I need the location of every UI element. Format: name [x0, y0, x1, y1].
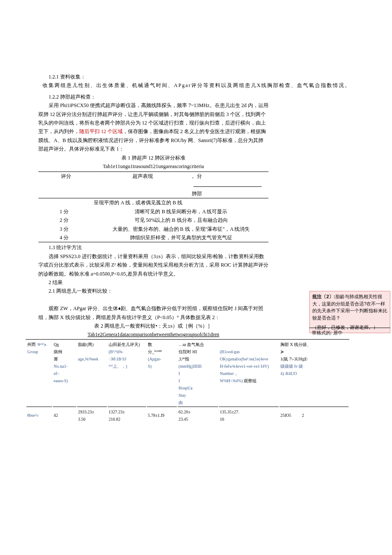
- obs-label-cn2: 观察组: [244, 378, 257, 383]
- format-note-text: 带格式的: 居中: [312, 330, 343, 335]
- section-1-2-1-title: 1.2.1 资料收集：: [38, 73, 268, 81]
- obs-x: 25IO5 2: [280, 408, 349, 423]
- desc-cell: 肺组织呈肝样变，并可见典型的支气管充气征: [94, 233, 268, 242]
- table2-header-row: 州而 ᶦθᵘⁿᴵᴧ Group Qg 病例 厘 No.na1- ef~ ease…: [26, 340, 349, 407]
- section-2-title: 2 结果: [38, 278, 268, 287]
- comment-label: 批注〔2〕:: [312, 294, 335, 299]
- table1-col-lung: 。分 肺部: [192, 172, 268, 198]
- table2-caption-cn: 表 2 两组患儿一般资料比较•：天±s）或［例（%）］: [38, 322, 268, 330]
- section-1-3-title: 1.3 统计学方法: [38, 243, 268, 252]
- col-hosp-en: (mmHg)IIIIII I I HospUa Stay 由: [179, 364, 202, 405]
- desc-cell: 清晰可见的 B 线呈间断分布，A 线可显示: [94, 207, 268, 216]
- score-cell: 3 分: [38, 225, 94, 233]
- table1-col-presentation: 超声表现: [94, 172, 192, 198]
- section-1-2-2-title: 1.2.2 肺部超声检查：: [38, 93, 268, 101]
- col-bw-en: (B¹/²d⅜- ∴M\1B·SJ ⁽¹¹⁾上、，): [109, 349, 127, 369]
- col-group-cn: 州而: [27, 342, 36, 347]
- table1-caption-en: Tab1e11ungu1trasound121ungareascoringcri…: [38, 162, 268, 171]
- table1-row0-text: 呈现平滑的 A 线，或者偶见孤立的 B 线: [94, 198, 268, 207]
- col-hosp-cn: …ш 血气氧合 住院时 HI ,U*指: [179, 342, 204, 361]
- score-cell: 1 分: [38, 207, 94, 216]
- col-x-en: 级级级 Iv 级 4) 4I4UO: [280, 364, 303, 376]
- col-x-cn: 胸部 X 线分级、 ≽ 1(鼠 7\-3UHgE·: [280, 342, 311, 361]
- table-row: 1 分 清晰可见的 B 线呈间断分布，A 线可显示: [38, 207, 268, 216]
- table2-caption-en: Tab1e2Genera1datacomparisonbetweenthetwo…: [38, 330, 268, 339]
- table1-header-row: 评分 超声表现 。分 肺部: [38, 171, 268, 198]
- stats-method-paragraph: 选择 SPSS23.0 进行数据统计，计量资料果用（3±s）表示，组间比较采用/…: [38, 252, 268, 278]
- section-2-1-title: 2.1 两组患儿一般资料比较：: [38, 287, 268, 295]
- document-body: 1.2.1 资料收集： 收集两组患儿性别、出生体质量、机械通气时间、APgar评…: [0, 73, 307, 424]
- data-collection-line: 收集两组患儿性别、出生体质量、机械通气时间、APgar评分等资料以及两组患儿X线…: [21, 81, 392, 90]
- obs-group-label: θbseᶦv: [26, 408, 52, 423]
- table1-col-score: 评分: [38, 172, 94, 198]
- score-cell: 2 分: [38, 216, 94, 224]
- review-comment-balloon[interactable]: 批注〔2〕:胎龄与肺成熟相关性很大，这里的分组是否合适?在不一样的先天条件下采用…: [309, 291, 390, 333]
- obs-apgar: 5.78±1.I9: [147, 408, 177, 423]
- table1-scoring-criteria: 评分 超声表现 。分 肺部 呈现平滑的 A 线，或者偶见孤立的 B 线 1 分 …: [38, 171, 268, 242]
- col-apgar-en: (Apgar- S): [148, 357, 161, 369]
- text-run: 。分: [192, 173, 202, 179]
- col-bw-cn: 山田新生儿评天): [109, 342, 140, 347]
- score-cell: 4 分: [38, 233, 94, 242]
- col-ga-cn: 胎龄(周): [78, 342, 94, 347]
- col-group-sub: ᶦθᵘⁿᴵᴧ: [37, 342, 47, 347]
- col-n-en: No.na1- ef~ eases-S): [54, 364, 68, 383]
- obs-ox: 135.35±27. 16: [219, 408, 279, 423]
- col-group-en: Group: [27, 349, 38, 354]
- table1-caption-cn: 表 1 肺超声 12 肺区评分标准: [38, 154, 268, 162]
- desc-cell: 可见 50%以上的 B 线分布，且有融合趋向: [94, 216, 268, 224]
- table-row: 2 分 可见 50%以上的 B 线分布，且有融合趋向: [38, 216, 268, 224]
- results-comparison-paragraph: 观察 ZW，APgar 评分、出生体♦剧、血气氧合指数评分低于对照组，观察组住院…: [38, 304, 268, 322]
- table2-observation-row: θbseᶦv 42 2933.23± 3.56 1327.23± 216.82 …: [26, 408, 349, 423]
- obs-hosp: 62.20± 23.45: [178, 408, 218, 423]
- table2-general-data: 州而 ᶦθᵘⁿᴵᴧ Group Qg 病例 厘 No.na1- ef~ ease…: [26, 339, 349, 424]
- desc-cell: 大量的、密集分布的、融合的 B 线，呈现"瀑布征"，A 线消失: [94, 225, 268, 233]
- obs-n: 42: [53, 408, 76, 423]
- table-row: 呈现平滑的 A 线，或者偶见孤立的 B 线: [38, 198, 268, 207]
- col-ga-en: age,⅜/⅝eek: [78, 357, 98, 361]
- format-note-balloon[interactable]: 带格式的: 居中: [309, 328, 390, 338]
- col-apgar-cn: 数 分_ⁱᵏʳᴬᴺ: [148, 342, 162, 354]
- table-row: 4 分 肺组织呈肝样变，并可见典型的支气管充气征: [38, 233, 268, 242]
- table2-wrapper: 州而 ᶦθᵘⁿᴵᴧ Group Qg 病例 厘 No.na1- ef~ ease…: [26, 339, 349, 424]
- revision-text: 随后平扫 12 个区域: [79, 128, 123, 134]
- text-run: 肺部: [192, 191, 202, 197]
- ultrasound-method-paragraph: 采用 Phi1iPSCX50 便携式超声诊断仪器，高频线阵探头，频率 7~13M…: [38, 101, 268, 153]
- obs-bw: 1327.23± 216.82: [108, 408, 146, 423]
- obs-ga: 2933.23± 3.56: [77, 408, 107, 423]
- col-n-cn: Qg 病例 厘: [54, 342, 62, 361]
- table-row: 3 分 大量的、密集分布的、融合的 B 线，呈现"瀑布征"，A 线消失: [38, 225, 268, 233]
